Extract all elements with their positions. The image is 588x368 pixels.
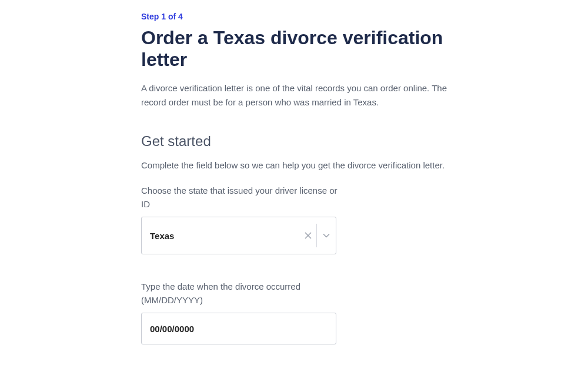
date-input[interactable]: [141, 313, 336, 344]
chevron-down-icon[interactable]: [317, 217, 336, 254]
section-description: Complete the field below so we can help …: [141, 160, 447, 170]
state-select[interactable]: Texas: [141, 217, 336, 254]
page-title: Order a Texas divorce verification lette…: [141, 27, 447, 71]
section-heading: Get started: [141, 133, 447, 150]
page-description: A divorce verification letter is one of …: [141, 81, 447, 110]
date-field-label: Type the date when the divorce occurred …: [141, 280, 341, 307]
clear-icon[interactable]: [300, 217, 316, 254]
state-field-label: Choose the state that issued your driver…: [141, 184, 341, 211]
state-select-controls: [300, 217, 336, 254]
step-indicator: Step 1 of 4: [141, 12, 447, 21]
state-selected-value: Texas: [142, 231, 300, 241]
